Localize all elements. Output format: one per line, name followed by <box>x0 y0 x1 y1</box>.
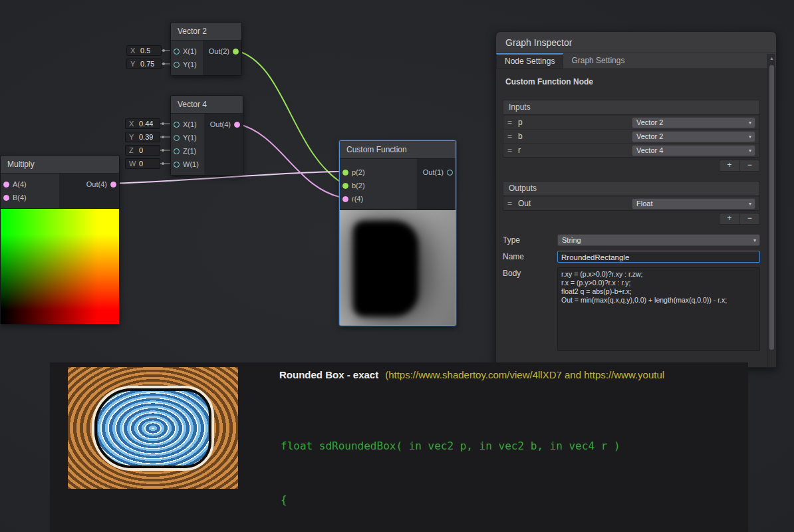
output-name: Out <box>518 199 632 208</box>
node-title: Vector 4 <box>171 96 243 114</box>
node-custom-function[interactable]: Custom Function p(2) b(2) r(4) Out(1) <box>339 140 456 326</box>
port-b-icon[interactable] <box>342 183 348 189</box>
chevron-down-icon: ▾ <box>749 134 751 140</box>
port-y-icon[interactable] <box>174 135 180 141</box>
scroll-up-icon[interactable]: ▲ <box>768 54 775 63</box>
field-value: 0.39 <box>139 133 153 141</box>
node-vector2[interactable]: Vector 2 X(1) Y(1) Out(2) <box>170 22 242 76</box>
input-name: p <box>518 118 632 127</box>
vector4-x-field[interactable]: X 0.44 <box>125 118 160 129</box>
multiply-preview-image <box>1 208 119 324</box>
port-label: B(4) <box>13 194 27 201</box>
vector2-x-field[interactable]: X 0.5 <box>126 45 162 56</box>
port-a-icon[interactable] <box>3 182 9 188</box>
node-title: Multiply <box>1 156 119 174</box>
input-type-dropdown[interactable]: Vector 2 ▾ <box>632 117 755 128</box>
reference-page: Rounded Box - exact (https://www.shadert… <box>50 362 748 532</box>
outputs-add-remove-bar: + − <box>719 213 760 225</box>
body-code-line: float2 q = abs(p)-b+r.x; <box>561 287 756 296</box>
chevron-down-icon: ▾ <box>753 237 756 243</box>
wire-vector2-to-b[interactable] <box>236 51 345 185</box>
inspector-scrollbar[interactable]: ▲ <box>767 54 775 367</box>
port-out-icon[interactable] <box>233 49 239 55</box>
body-code-line: r.x = (p.y>0.0)?r.x : r.y; <box>561 279 756 287</box>
scrollbar-thumb[interactable] <box>769 65 774 350</box>
add-output-button[interactable]: + <box>720 213 739 224</box>
add-input-button[interactable]: + <box>720 160 739 171</box>
port-label: Out(1) <box>423 168 444 176</box>
dropdown-value: String <box>562 236 581 244</box>
vector4-y-field[interactable]: Y 0.39 <box>125 132 160 142</box>
remove-output-button[interactable]: − <box>739 213 760 224</box>
port-b-icon[interactable] <box>3 195 9 201</box>
field-label: X <box>129 120 136 128</box>
drag-handle-icon[interactable]: = <box>507 146 518 155</box>
port-label: Out(2) <box>209 47 229 55</box>
port-out-icon[interactable] <box>447 170 453 176</box>
node-multiply[interactable]: Multiply A(4) B(4) Out(4) <box>0 155 120 325</box>
type-label: Type <box>503 234 557 246</box>
tab-graph-settings[interactable]: Graph Settings <box>563 53 632 68</box>
output-type-dropdown[interactable]: Float ▾ <box>632 198 755 209</box>
vector4-z-field[interactable]: Z 0 <box>125 145 160 156</box>
tab-node-settings[interactable]: Node Settings <box>496 53 563 68</box>
port-out-icon[interactable] <box>110 182 116 188</box>
field-value: 0 <box>139 146 143 154</box>
port-out-icon[interactable] <box>234 122 240 128</box>
node-vector4[interactable]: Vector 4 X(1) Y(1) Z(1) W(1) Out(4) <box>170 95 243 176</box>
code-line: { <box>281 491 665 509</box>
vector2-y-field[interactable]: Y 0.75 <box>126 59 162 69</box>
remove-input-button[interactable]: − <box>739 160 760 171</box>
input-type-dropdown[interactable]: Vector 4 ▾ <box>632 145 755 156</box>
field-value: 0 <box>139 160 143 168</box>
dropdown-value: Vector 4 <box>636 146 663 154</box>
drag-handle-icon[interactable]: = <box>507 132 518 141</box>
port-label: A(4) <box>13 180 27 188</box>
port-z-icon[interactable] <box>174 148 180 154</box>
field-value: 0.5 <box>140 47 150 55</box>
rounded-box-shape <box>94 388 211 468</box>
output-row-out: = Out Float ▾ <box>503 196 759 210</box>
input-row-p: = p Vector 2 ▾ <box>503 115 759 129</box>
field-value: 0.44 <box>139 120 153 128</box>
input-row-r: = r Vector 4 ▾ <box>503 143 759 157</box>
port-x-icon[interactable] <box>174 49 180 55</box>
sdf-shape <box>353 221 418 317</box>
field-label: Y <box>129 133 136 141</box>
port-y-icon[interactable] <box>174 62 180 68</box>
rounded-box-figure <box>68 367 238 489</box>
inputs-section: Inputs = p Vector 2 ▾ = b Vector 2 ▾ <box>503 100 760 158</box>
code-line: float sdRoundedBox( in vec2 p, in vec2 b… <box>281 437 665 455</box>
name-input[interactable]: RroundedRectangle <box>557 251 760 263</box>
node-title: Custom Function <box>340 141 456 159</box>
reference-heading: Rounded Box - exact (https://www.shadert… <box>279 369 664 380</box>
wire-vector4-to-r[interactable] <box>237 124 345 198</box>
vector4-w-field[interactable]: W 0 <box>125 158 160 169</box>
body-code-line: Out = min(max(q.x,q.y),0.0) + length(max… <box>561 296 756 305</box>
node-title: Vector 2 <box>171 23 241 41</box>
field-label: Z <box>129 146 136 154</box>
graph-inspector-panel: Graph Inspector Node Settings Graph Sett… <box>495 31 777 368</box>
input-type-dropdown[interactable]: Vector 2 ▾ <box>632 131 755 142</box>
drag-handle-icon[interactable]: = <box>507 118 518 127</box>
port-w-icon[interactable] <box>174 162 180 168</box>
chevron-down-icon: ▾ <box>749 201 751 207</box>
type-dropdown[interactable]: String ▾ <box>557 234 760 246</box>
type-property: Type String ▾ <box>503 234 760 246</box>
port-label: X(1) <box>183 47 197 55</box>
inputs-header: Inputs <box>503 100 759 115</box>
name-label: Name <box>503 251 557 263</box>
port-p-icon[interactable] <box>342 170 348 176</box>
reference-link[interactable]: (https://www.shadertoy.com/view/4llXD7 a… <box>385 369 664 380</box>
reference-code-block: float sdRoundedBox( in vec2 p, in vec2 b… <box>281 401 665 532</box>
body-textarea[interactable]: r.xy = (p.x>0.0)?r.xy : r.zw; r.x = (p.y… <box>557 267 760 351</box>
port-x-icon[interactable] <box>174 122 180 128</box>
drag-handle-icon[interactable]: = <box>507 199 518 208</box>
port-r-icon[interactable] <box>342 196 348 202</box>
chevron-down-icon: ▾ <box>749 120 751 126</box>
reference-title: Rounded Box - exact <box>279 369 378 380</box>
name-property: Name RroundedRectangle <box>503 251 760 263</box>
input-row-b: = b Vector 2 ▾ <box>503 129 759 143</box>
field-label: W <box>129 160 136 168</box>
port-label: r(4) <box>352 195 363 203</box>
